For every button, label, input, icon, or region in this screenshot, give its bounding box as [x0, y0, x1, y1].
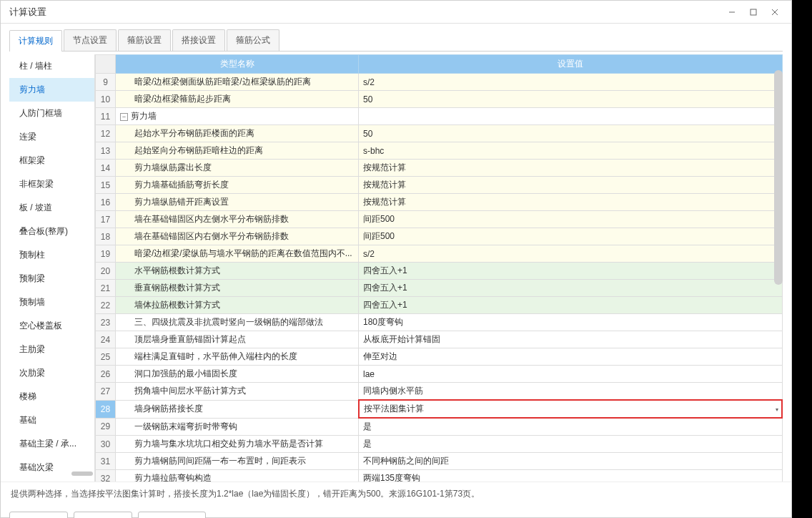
table-row[interactable]: 28墙身钢筋搭接长度按平法图集计算▾ [96, 400, 783, 418]
value-cell[interactable]: 间距500 [359, 228, 783, 245]
sidebar-item-10[interactable]: 预制墙 [9, 290, 94, 314]
sidebar-item-4[interactable]: 框架梁 [9, 149, 94, 172]
type-name-cell: 墙在基础锚固区内右侧水平分布钢筋排数 [116, 228, 359, 245]
value-cell[interactable]: s-bhc [359, 142, 783, 160]
tab-1[interactable]: 节点设置 [64, 29, 117, 51]
maximize-button[interactable] [743, 2, 764, 22]
row-number: 31 [96, 453, 116, 470]
sidebar-item-18[interactable]: 砌体结构 [9, 479, 94, 482]
table-row[interactable]: 27拐角墙中间层水平筋计算方式同墙内侧水平筋 [96, 383, 783, 401]
row-number: 24 [96, 331, 116, 348]
table-row[interactable]: 16剪力墙纵筋错开距离设置按规范计算 [96, 194, 783, 211]
value-cell[interactable]: 是 [359, 436, 783, 453]
table-row[interactable]: 11−剪力墙 [96, 108, 783, 125]
table-row[interactable]: 25端柱满足直锚时，水平筋伸入端柱内的长度伸至对边 [96, 348, 783, 366]
table-row[interactable]: 31剪力墙钢筋同间距隔一布一布置时，间距表示不同种钢筋之间的间距 [96, 453, 783, 470]
value-cell[interactable]: 四舍五入+1 [359, 280, 783, 297]
sidebar-item-8[interactable]: 预制柱 [9, 243, 94, 267]
value-cell[interactable]: 按规范计算 [359, 177, 783, 194]
sidebar-item-17[interactable]: 基础次梁 [9, 456, 94, 479]
value-cell[interactable]: 伸至对边 [359, 348, 783, 366]
row-number: 26 [96, 366, 116, 383]
table-row[interactable]: 15剪力墙基础插筋弯折长度按规范计算 [96, 177, 783, 194]
type-name-cell: 起始竖向分布钢筋距暗柱边的距离 [116, 142, 359, 160]
value-cell[interactable]: 50 [359, 91, 783, 108]
tab-4[interactable]: 箍筋公式 [227, 29, 279, 51]
row-number: 32 [96, 470, 116, 482]
table-row[interactable]: 14剪力墙纵筋露出长度按规范计算 [96, 160, 783, 177]
value-cell[interactable]: s/2 [359, 245, 783, 263]
export-rules-button[interactable]: 导出规则 [74, 512, 132, 518]
table-row[interactable]: 24顶层墙身垂直筋锚固计算起点从板底开始计算锚固 [96, 331, 783, 348]
table-row[interactable]: 23三、四级抗震及非抗震时竖向一级钢筋的端部做法180度弯钩 [96, 314, 783, 331]
row-number: 20 [96, 263, 116, 280]
sidebar-item-0[interactable]: 柱 / 墙柱 [9, 54, 94, 78]
table-row[interactable]: 10暗梁/边框梁箍筋起步距离50 [96, 91, 783, 108]
dropdown-icon[interactable]: ▾ [776, 406, 778, 412]
type-name-cell: 三、四级抗震及非抗震时竖向一级钢筋的端部做法 [116, 314, 359, 331]
value-cell[interactable]: 按规范计算 [359, 194, 783, 211]
sidebar-item-15[interactable]: 基础 [9, 409, 94, 432]
minimize-button[interactable] [721, 2, 743, 22]
sidebar-item-6[interactable]: 板 / 坡道 [9, 196, 94, 220]
table-row[interactable]: 32剪力墙拉筋弯钩构造两端135度弯钩 [96, 470, 783, 482]
type-name-cell: −剪力墙 [116, 108, 359, 125]
row-number: 10 [96, 91, 116, 108]
row-number: 21 [96, 280, 116, 297]
sidebar-item-13[interactable]: 次肋梁 [9, 361, 94, 385]
table-row[interactable]: 20水平钢筋根数计算方式四舍五入+1 [96, 263, 783, 280]
row-number: 23 [96, 314, 116, 331]
sidebar-item-14[interactable]: 楼梯 [9, 385, 94, 409]
value-cell[interactable]: 四舍五入+1 [359, 297, 783, 314]
table-row[interactable]: 17墙在基础锚固区内左侧水平分布钢筋排数间距500 [96, 211, 783, 228]
import-rules-button[interactable]: 导入规则 [9, 512, 68, 518]
value-cell[interactable]: 同墙内侧水平筋 [359, 383, 783, 401]
tab-0[interactable]: 计算规则 [9, 30, 62, 52]
table-row[interactable]: 30剪力墙与集水坑坑口相交处剪力墙水平筋是否计算是 [96, 436, 783, 453]
collapse-icon[interactable]: − [120, 113, 128, 121]
table-row[interactable]: 9暗梁/边框梁侧面纵筋距暗梁/边框梁纵筋的距离s/2 [96, 74, 783, 91]
vertical-scrollbar[interactable] [774, 70, 783, 285]
type-name-cell: 剪力墙与集水坑坑口相交处剪力墙水平筋是否计算 [116, 436, 359, 453]
sidebar-item-5[interactable]: 非框架梁 [9, 172, 94, 196]
row-number: 9 [96, 74, 116, 91]
table-row[interactable]: 29一级钢筋末端弯折时带弯钩是 [96, 418, 783, 436]
type-name-cell: 墙体拉筋根数计算方式 [116, 297, 359, 314]
value-cell[interactable]: 按规范计算 [359, 160, 783, 177]
value-cell[interactable]: 两端135度弯钩 [359, 470, 783, 482]
sidebar-item-7[interactable]: 叠合板(整厚) [9, 220, 94, 243]
sidebar-item-12[interactable]: 主肋梁 [9, 338, 94, 361]
close-button[interactable] [764, 2, 786, 22]
table-row[interactable]: 18墙在基础锚固区内右侧水平分布钢筋排数间距500 [96, 228, 783, 245]
value-cell[interactable]: lae [359, 366, 783, 383]
table-row[interactable]: 12起始水平分布钢筋距楼面的距离50 [96, 125, 783, 142]
sidebar-item-3[interactable]: 连梁 [9, 125, 94, 149]
row-number: 30 [96, 436, 116, 453]
tab-2[interactable]: 箍筋设置 [118, 29, 171, 51]
value-cell[interactable]: 180度弯钩 [359, 314, 783, 331]
value-cell[interactable]: 间距500 [359, 211, 783, 228]
sidebar-horizontal-scrollbar[interactable] [71, 471, 93, 476]
value-cell[interactable]: 四舍五入+1 [359, 263, 783, 280]
sidebar-item-9[interactable]: 预制梁 [9, 267, 94, 290]
table-row[interactable]: 21垂直钢筋根数计算方式四舍五入+1 [96, 280, 783, 297]
tab-3[interactable]: 搭接设置 [172, 29, 225, 51]
table-row[interactable]: 13起始竖向分布钢筋距暗柱边的距离s-bhc [96, 142, 783, 160]
tab-bar: 计算规则节点设置箍筋设置搭接设置箍筋公式 [9, 29, 783, 52]
value-cell[interactable]: 50 [359, 125, 783, 142]
sidebar-item-16[interactable]: 基础主梁 / 承... [9, 432, 94, 456]
sidebar-item-1[interactable]: 剪力墙 [9, 78, 94, 102]
sidebar-item-11[interactable]: 空心楼盖板 [9, 314, 94, 338]
value-cell[interactable]: s/2 [359, 74, 783, 91]
value-cell[interactable]: 不同种钢筋之间的间距 [359, 453, 783, 470]
value-cell[interactable]: 是 [359, 418, 783, 436]
header-value: 设置值 [359, 55, 783, 74]
value-cell[interactable] [359, 108, 783, 125]
restore-default-button[interactable]: 恢复默认值 [138, 512, 206, 518]
value-cell[interactable]: 从板底开始计算锚固 [359, 331, 783, 348]
sidebar-item-2[interactable]: 人防门框墙 [9, 102, 94, 125]
table-row[interactable]: 22墙体拉筋根数计算方式四舍五入+1 [96, 297, 783, 314]
table-row[interactable]: 19暗梁/边框梁/梁纵筋与墙水平钢筋的距离在数值范围内不...s/2 [96, 245, 783, 263]
value-cell[interactable]: 按平法图集计算▾ [359, 400, 783, 418]
table-row[interactable]: 26洞口加强筋的最小锚固长度lae [96, 366, 783, 383]
